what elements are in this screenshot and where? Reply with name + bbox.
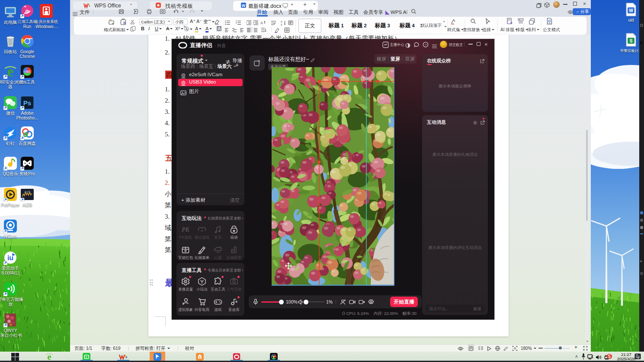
- svg-text:PK: PK: [182, 226, 190, 233]
- svg-text:W: W: [629, 8, 633, 13]
- svg-text:A: A: [281, 20, 282, 23]
- svg-text:jh: jh: [24, 8, 29, 13]
- svg-text:?: ?: [425, 43, 427, 47]
- svg-text:Z: Z: [281, 23, 282, 26]
- svg-text:2: 2: [236, 22, 237, 24]
- svg-text:AIZB: AIZB: [24, 191, 30, 193]
- svg-text:A: A: [519, 19, 520, 21]
- svg-text:OBS: OBS: [24, 70, 31, 73]
- svg-text:A: A: [260, 21, 263, 25]
- svg-text:W: W: [242, 3, 246, 8]
- svg-text:S: S: [630, 39, 633, 43]
- svg-text:Ps: Ps: [23, 99, 31, 107]
